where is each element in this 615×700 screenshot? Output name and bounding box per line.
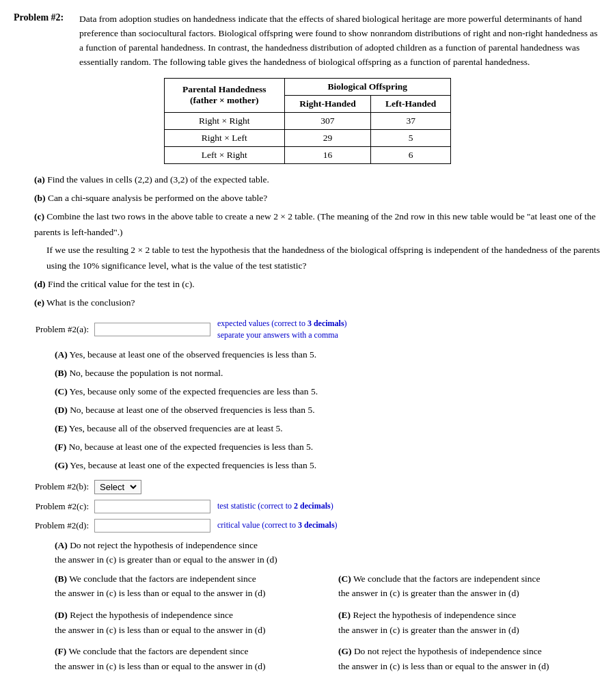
- parental-handedness-header: Parental Handedness(father × mother): [165, 78, 285, 112]
- answer-a-input[interactable]: [94, 323, 210, 336]
- mc-option-F: (F) No, because at least one of the expe…: [55, 439, 601, 456]
- table-row: Right × Left 29 5: [165, 129, 451, 146]
- mc-option-A: (A) Yes, because at least one of the obs…: [55, 347, 601, 364]
- handedness-table-container: Parental Handedness(father × mother) Bio…: [164, 78, 451, 164]
- mc-option-E: (E) Yes, because all of the observed fre…: [55, 420, 601, 438]
- problem-label: Problem #2:: [14, 12, 75, 23]
- answer-b-select[interactable]: Select A B C D E F G: [97, 481, 139, 493]
- problem-intro: Data from adoption studies on handedness…: [79, 12, 601, 70]
- left-handed-header: Left-Handed: [371, 95, 451, 112]
- biological-offspring-header: Biological Offspring: [284, 78, 450, 95]
- part-e-label: (e): [34, 297, 44, 308]
- part-c-label: (c): [34, 211, 44, 221]
- part-e-text: (e) What is the conclusion?: [34, 295, 601, 311]
- mc-option-e-A: (A) Do not reject the hypothesis of inde…: [55, 538, 601, 567]
- row2-label: Right × Left: [165, 129, 285, 146]
- row2-left: 5: [371, 129, 451, 146]
- row3-left: 6: [371, 146, 451, 163]
- part-c-text2: If we use the resulting 2 × 2 table to t…: [46, 243, 601, 274]
- part-d-label: (d): [34, 279, 46, 289]
- mc-option-e-F: (F) We conclude that the factors are dep…: [55, 644, 318, 673]
- row1-label: Right × Right: [165, 112, 285, 129]
- row1-right: 307: [284, 112, 371, 129]
- sub-parts: (a) Find the values in cells (2,2) and (…: [34, 172, 601, 312]
- mc-option-G: (G) Yes, because at least one of the exp…: [55, 457, 601, 474]
- answer-a-label: Problem #2(a):: [14, 324, 89, 335]
- answer-a-hint: expected values (correct to 3 decimals) …: [217, 318, 347, 341]
- answer-c-label: Problem #2(c):: [14, 501, 89, 512]
- mc-options-e-grid: (B) We conclude that the factors are ind…: [55, 571, 601, 678]
- mc-option-C: (C) Yes, because only some of the expect…: [55, 383, 601, 401]
- part-b-label: (b): [34, 193, 46, 203]
- mc-options-b: (A) Yes, because at least one of the obs…: [55, 347, 601, 474]
- table-row: Left × Right 16 6: [165, 146, 451, 163]
- mc-option-e-A-wrapper: (A) Do not reject the hypothesis of inde…: [55, 538, 601, 567]
- row3-right: 16: [284, 146, 371, 163]
- problem-header: Problem #2: Data from adoption studies o…: [14, 12, 601, 70]
- part-a-text: (a) Find the values in cells (2,2) and (…: [34, 172, 601, 188]
- hint-c-text: test statistic (correct to 2 decimals): [217, 501, 333, 511]
- answer-d-label: Problem #2(d):: [14, 520, 89, 531]
- mc-option-e-G: (G) Do not reject the hypothesis of inde…: [338, 644, 601, 673]
- answer-c-input[interactable]: [94, 500, 210, 513]
- right-handed-header: Right-Handed: [284, 95, 371, 112]
- answer-row-a: Problem #2(a): expected values (correct …: [14, 318, 601, 341]
- answer-c-hint: test statistic (correct to 2 decimals): [217, 500, 333, 512]
- mc-option-e-E: (E) Reject the hypothesis of independenc…: [338, 608, 601, 637]
- table-row: Right × Right 307 37: [165, 112, 451, 129]
- answer-row-b: Problem #2(b): Select A B C D E F G: [14, 480, 601, 494]
- mc-option-B: (B) No, because the population is not no…: [55, 365, 601, 382]
- answer-row-c: Problem #2(c): test statistic (correct t…: [14, 500, 601, 513]
- mc-option-e-B: (B) We conclude that the factors are ind…: [55, 571, 318, 601]
- mc-option-D: (D) No, because at least one of the obse…: [55, 402, 601, 419]
- select-wrapper-b[interactable]: Select A B C D E F G: [94, 480, 141, 494]
- answer-d-input[interactable]: [94, 519, 210, 533]
- row1-left: 37: [371, 112, 451, 129]
- row2-right: 29: [284, 129, 371, 146]
- handedness-table: Parental Handedness(father × mother) Bio…: [164, 78, 451, 164]
- hint-a-line1: expected values (correct to 3 decimals): [217, 319, 347, 328]
- part-c-text1: (c) Combine the last two rows in the abo…: [34, 209, 601, 241]
- row3-label: Left × Right: [165, 146, 285, 163]
- mc-option-e-C: (C) We conclude that the factors are ind…: [338, 571, 601, 601]
- hint-d-text: critical value (correct to 3 decimals): [217, 520, 338, 530]
- mc-option-e-D: (D) Reject the hypothesis of independenc…: [55, 608, 318, 637]
- answer-row-d: Problem #2(d): critical value (correct t…: [14, 519, 601, 533]
- answer-d-hint: critical value (correct to 3 decimals): [217, 520, 338, 531]
- hint-a-line2: separate your answers with a comma: [217, 330, 338, 340]
- part-a-label: (a): [34, 174, 45, 185]
- part-b-text: (b) Can a chi-square analysis be perform…: [34, 191, 601, 206]
- answer-b-label: Problem #2(b):: [14, 481, 89, 492]
- part-d-text: (d) Find the critical value for the test…: [34, 277, 601, 293]
